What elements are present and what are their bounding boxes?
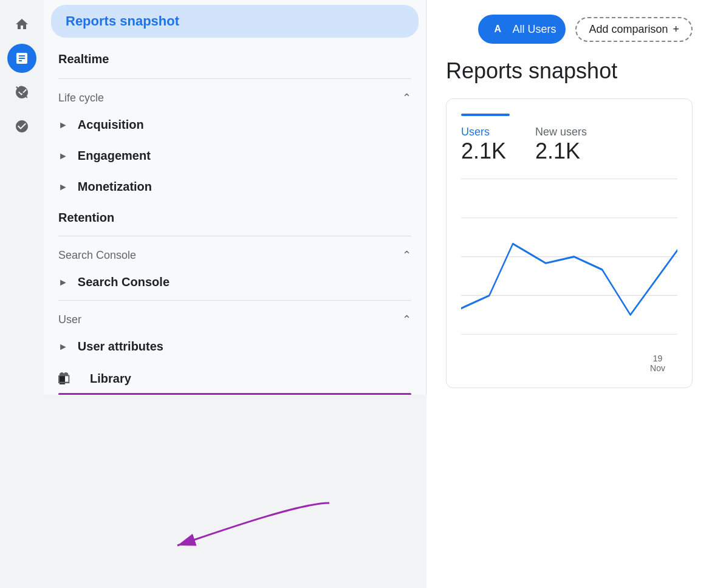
- acquisition-arrow-icon: ►: [58, 120, 68, 131]
- chart-card: Users 2.1K New users 2.1K 19Nov: [446, 98, 693, 388]
- acquisition-nav-item[interactable]: ► Acquisition: [44, 109, 426, 140]
- monetization-nav-item[interactable]: ► Monetization: [44, 171, 426, 202]
- library-underline: [58, 393, 411, 395]
- search-console-nav-item[interactable]: ► Search Console: [44, 267, 426, 298]
- library-label: Library: [90, 372, 131, 386]
- chart-tab-indicator: [461, 114, 510, 116]
- user-section-label: User: [58, 313, 81, 326]
- users-metric: Users 2.1K: [461, 126, 506, 164]
- user-section-header[interactable]: User ⌃: [44, 303, 426, 331]
- users-metric-value: 2.1K: [461, 138, 506, 164]
- new-users-metric: New users 2.1K: [535, 126, 587, 164]
- all-users-label: All Users: [512, 23, 556, 36]
- new-users-metric-value: 2.1K: [535, 138, 587, 164]
- avatar: A: [488, 19, 507, 39]
- realtime-nav-item[interactable]: Realtime: [44, 43, 426, 76]
- nav-sidebar: Reports snapshot Realtime Life cycle ⌃ ►…: [44, 0, 426, 395]
- chart-svg: [461, 179, 677, 373]
- icon-sidebar: [0, 0, 44, 588]
- nav-sidebar-wrapper: Reports snapshot Realtime Life cycle ⌃ ►…: [44, 0, 426, 588]
- user-attributes-arrow-icon: ►: [58, 341, 68, 352]
- search-console-arrow-icon: ►: [58, 277, 68, 288]
- engagement-arrow-icon: ►: [58, 151, 68, 162]
- page-title: Reports snapshot: [446, 58, 693, 84]
- x-axis-label: 19Nov: [650, 354, 665, 373]
- metrics-row: Users 2.1K New users 2.1K: [461, 126, 677, 164]
- search-console-section-label: Search Console: [58, 249, 136, 262]
- user-attributes-nav-item[interactable]: ► User attributes: [44, 331, 426, 362]
- add-comparison-button[interactable]: Add comparison +: [575, 17, 693, 42]
- all-users-badge[interactable]: A All Users: [478, 15, 566, 44]
- new-users-metric-label: New users: [535, 126, 587, 138]
- main-content: A All Users Add comparison + Reports sna…: [426, 0, 712, 588]
- library-nav-item[interactable]: ▮ Library: [44, 362, 426, 395]
- user-chevron-icon: ⌃: [402, 313, 411, 326]
- search-console-section-header[interactable]: Search Console ⌃: [44, 239, 426, 267]
- lifecycle-chevron-icon: ⌃: [402, 91, 411, 104]
- reports-nav-item[interactable]: [7, 44, 36, 73]
- divider-1: [58, 78, 411, 79]
- home-nav-item[interactable]: [7, 10, 36, 39]
- arrow-annotation: [165, 497, 347, 570]
- reports-snapshot-label: Reports snapshot: [66, 13, 179, 29]
- engagement-nav-item[interactable]: ► Engagement: [44, 140, 426, 171]
- main-header: A All Users Add comparison +: [446, 15, 693, 44]
- users-metric-label: Users: [461, 126, 506, 138]
- retention-nav-item[interactable]: Retention: [44, 202, 426, 233]
- plus-icon: +: [673, 23, 679, 36]
- lifecycle-label: Life cycle: [58, 92, 104, 104]
- library-icon: [58, 372, 72, 385]
- explore-nav-item[interactable]: [7, 78, 36, 107]
- monetization-arrow-icon: ►: [58, 182, 68, 193]
- reports-snapshot-nav-item[interactable]: Reports snapshot: [51, 5, 419, 38]
- divider-2: [58, 236, 411, 236]
- advertising-nav-item[interactable]: [7, 112, 36, 141]
- lifecycle-section-header[interactable]: Life cycle ⌃: [44, 81, 426, 109]
- chart-area: 19Nov: [461, 179, 677, 373]
- search-console-chevron-icon: ⌃: [402, 248, 411, 262]
- divider-3: [58, 300, 411, 301]
